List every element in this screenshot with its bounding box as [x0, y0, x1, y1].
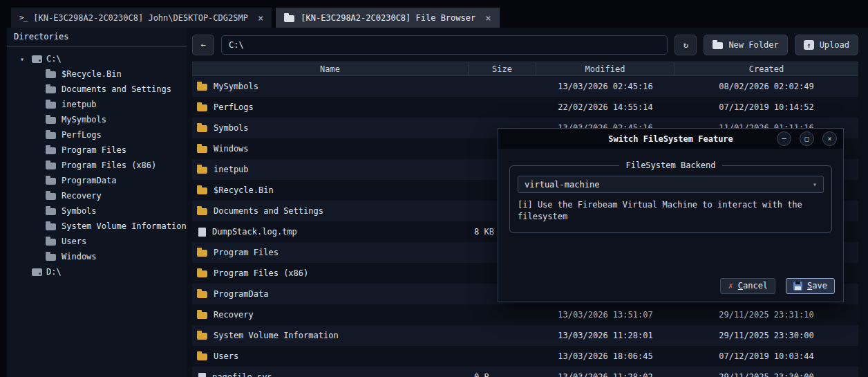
sidebar-item-c[interactable]: ▾C:\ — [7, 51, 187, 66]
row-name-cell: PerfLogs — [192, 97, 469, 118]
folder-icon — [197, 291, 207, 298]
sidebar-item-program-files-x86[interactable]: Program Files (x86) — [7, 158, 187, 173]
row-name-cell: MySymbols — [192, 76, 469, 97]
column-header-created[interactable]: Created — [674, 62, 858, 75]
folder-icon — [197, 312, 207, 319]
backend-info-text: [i] Use the Firebeam Virtual Machine to … — [518, 199, 824, 223]
tree-item-label: Symbols — [62, 206, 97, 216]
folder-icon — [197, 104, 207, 111]
tab-close-icon[interactable]: × — [485, 12, 491, 24]
row-name-cell: System Volume Information — [192, 325, 469, 346]
folder-icon — [46, 254, 56, 261]
path-input[interactable] — [221, 35, 668, 55]
refresh-button[interactable]: ↻ — [674, 35, 697, 55]
row-created-cell: 29/11/2025 23:30:00 — [674, 325, 858, 346]
sidebar-item-recovery[interactable]: Recovery — [7, 188, 187, 203]
folder-icon — [197, 208, 207, 215]
file-name: PerfLogs — [214, 102, 254, 112]
column-header-name[interactable]: Name — [192, 62, 469, 75]
row-name-cell: pagefile.sys — [192, 367, 469, 377]
tab-file-browser[interactable]: [KN-E3C298A2-2C0230C8] File Browser× — [276, 8, 499, 28]
row-modified-cell: 13/03/2026 02:45:16 — [536, 76, 674, 97]
tree-caret-icon[interactable]: ▾ — [17, 55, 28, 63]
row-name-cell: Documents and Settings — [192, 201, 469, 221]
row-size-cell — [469, 97, 536, 118]
file-name: $Recycle.Bin — [214, 185, 274, 195]
sidebar-item-inetpub[interactable]: inetpub — [7, 97, 187, 112]
tree-item-label: System Volume Information — [62, 221, 187, 231]
tree-item-label: Users — [62, 237, 86, 246]
sidebar-item-d[interactable]: D:\ — [7, 264, 187, 279]
backend-select[interactable]: virtual-machine ▾ — [518, 176, 824, 193]
back-button[interactable]: ← — [192, 35, 214, 55]
sidebar-item-system-volume-information[interactable]: System Volume Information — [7, 219, 187, 234]
folder-icon — [197, 125, 207, 132]
folder-icon — [46, 102, 56, 109]
sidebar-item-users[interactable]: Users — [7, 234, 187, 249]
tree-item-label: Program Files (x86) — [62, 160, 156, 170]
file-name: Documents and Settings — [214, 206, 323, 216]
table-row[interactable]: pagefile.sys0 B13/03/2026 11:28:0229/11/… — [192, 367, 858, 377]
file-name: Windows — [214, 144, 249, 154]
table-row[interactable]: Users13/03/2026 18:06:4507/12/2019 10:03… — [192, 346, 858, 367]
row-modified-cell: 13/03/2026 11:28:01 — [536, 325, 674, 346]
tree-item-label: Program Files — [62, 145, 126, 155]
folder-icon — [197, 146, 207, 153]
directories-sidebar: Directories ▾C:\$Recycle.BinDocuments an… — [7, 28, 187, 377]
directory-tree: ▾C:\$Recycle.BinDocuments and Settingsin… — [7, 47, 187, 279]
dialog-footer: ✗ Cancel Save — [720, 278, 835, 294]
upload-button[interactable]: ↑ Upload — [795, 35, 858, 55]
sidebar-item-program-files[interactable]: Program Files — [7, 142, 187, 158]
cancel-x-icon: ✗ — [728, 281, 733, 291]
sidebar-item-windows[interactable]: Windows — [7, 249, 187, 264]
tree-item-label: Recovery — [62, 191, 102, 201]
filesystem-backend-label: FileSystem Backend — [619, 160, 721, 170]
sidebar-item-perflogs[interactable]: PerfLogs — [7, 127, 187, 142]
row-modified-cell: 13/03/2026 18:06:45 — [536, 346, 674, 367]
tab-label: [KN-E3C298A2-2C0230C8] File Browser — [301, 13, 475, 23]
row-created-cell: 07/12/2019 10:14:52 — [674, 97, 858, 118]
tab-terminal[interactable]: >_[KN-E3C298A2-2C0230C8] John\DESKTOP-CD… — [11, 8, 272, 28]
folder-icon — [46, 71, 56, 78]
file-name: Symbols — [214, 123, 249, 133]
sidebar-item-mysymbols[interactable]: MySymbols — [7, 112, 187, 127]
file-name: pagefile.sys — [212, 372, 272, 377]
sidebar-item-recycle-bin[interactable]: $Recycle.Bin — [7, 66, 187, 82]
row-size-cell — [469, 346, 536, 367]
row-name-cell: ProgramData — [192, 284, 469, 304]
row-size-cell: 0 B — [469, 367, 536, 377]
close-button[interactable]: × — [822, 131, 837, 146]
tree-item-label: Windows — [62, 252, 97, 261]
folder-icon — [46, 86, 56, 93]
sidebar-item-documents-and-settings[interactable]: Documents and Settings — [7, 82, 187, 97]
sidebar-item-symbols[interactable]: Symbols — [7, 203, 187, 219]
folder-icon — [46, 163, 56, 169]
folder-icon — [46, 147, 56, 154]
tree-item-label: Documents and Settings — [62, 84, 171, 94]
terminal-icon: >_ — [19, 13, 27, 22]
folder-icon — [197, 353, 207, 360]
save-button[interactable]: Save — [786, 278, 835, 294]
folder-icon — [284, 15, 294, 22]
table-row[interactable]: Recovery13/03/2026 13:51:0729/11/2025 23… — [192, 304, 858, 325]
column-header-modified[interactable]: Modified — [536, 62, 674, 75]
maximize-button[interactable]: □ — [800, 131, 814, 146]
minimize-button[interactable]: ─ — [777, 131, 791, 146]
tree-item-label: D:\ — [46, 267, 62, 277]
folder-icon — [197, 270, 207, 277]
folder-icon — [197, 167, 207, 174]
table-row[interactable]: MySymbols13/03/2026 02:45:1608/02/2026 0… — [192, 76, 858, 97]
file-name: Program Files (x86) — [214, 268, 308, 278]
tab-close-icon[interactable]: × — [258, 12, 263, 24]
folder-icon — [46, 239, 56, 246]
chevron-down-icon: ▾ — [813, 181, 817, 188]
table-row[interactable]: System Volume Information13/03/2026 11:2… — [192, 325, 858, 346]
dialog-titlebar[interactable]: Switch FileSystem Feature ─ □ × — [498, 129, 843, 149]
cancel-button[interactable]: ✗ Cancel — [720, 278, 775, 294]
sidebar-item-programdata[interactable]: ProgramData — [7, 173, 187, 188]
row-created-cell: 29/11/2025 23:30:00 — [674, 367, 858, 377]
table-row[interactable]: PerfLogs22/02/2026 14:55:1407/12/2019 10… — [192, 97, 858, 118]
new-folder-button[interactable]: New Folder — [704, 35, 787, 55]
column-header-size[interactable]: Size — [469, 62, 536, 75]
file-name: Recovery — [214, 310, 254, 320]
